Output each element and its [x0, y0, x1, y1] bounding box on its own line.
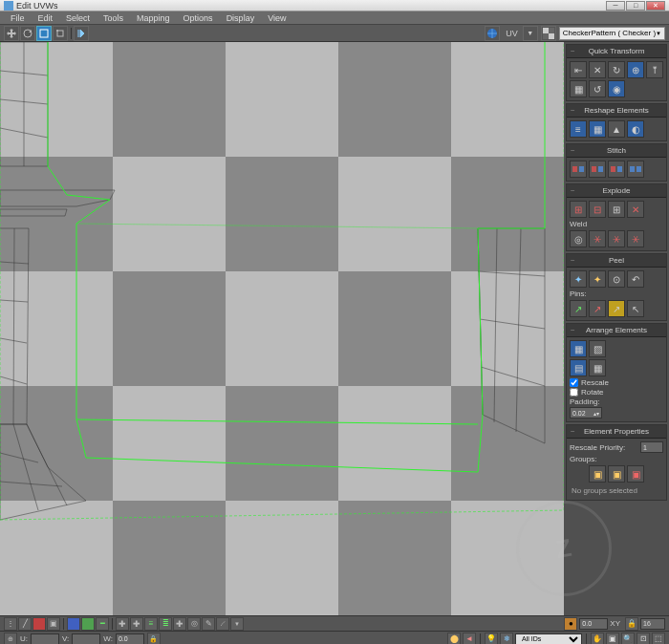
- move-tool[interactable]: [4, 26, 19, 41]
- pin-add[interactable]: ↗: [570, 300, 587, 317]
- scale-tool[interactable]: [36, 26, 52, 41]
- weld-target[interactable]: ◎: [570, 230, 587, 247]
- pin-remove[interactable]: ↗: [589, 300, 606, 317]
- xy-lock[interactable]: 🔒: [625, 617, 638, 631]
- arrange-tile2[interactable]: ▦: [589, 359, 606, 376]
- arrange-pack[interactable]: ▦: [570, 340, 587, 357]
- uv-dropdown-icon[interactable]: ▼: [523, 26, 538, 41]
- u-input[interactable]: [31, 633, 59, 645]
- stitch-3[interactable]: [608, 161, 625, 178]
- bulb-icon[interactable]: 💡: [485, 633, 498, 645]
- tool-dropdown[interactable]: ▼: [230, 617, 244, 631]
- rotate-tool[interactable]: [20, 26, 35, 41]
- tool-target[interactable]: ◎: [187, 617, 201, 631]
- group-remove[interactable]: ▣: [608, 465, 625, 483]
- weld-3[interactable]: ⚹: [627, 230, 644, 247]
- peel-reset[interactable]: ↶: [627, 270, 644, 288]
- arrange-pack2[interactable]: ▤: [570, 359, 587, 376]
- group-select[interactable]: ▣: [627, 465, 644, 483]
- qt-circle[interactable]: ◉: [608, 80, 625, 97]
- sub-face[interactable]: [32, 617, 46, 631]
- rescale-checkbox[interactable]: Rescale: [570, 378, 627, 387]
- tool-lines2[interactable]: ≣: [159, 617, 172, 631]
- angle-spinner[interactable]: 16: [640, 618, 665, 630]
- padding-spinner[interactable]: 0.02▴▾: [570, 407, 602, 419]
- zoom-all-icon[interactable]: ⊡: [637, 633, 650, 645]
- coord-lock[interactable]: 🔒: [147, 633, 161, 645]
- peel-quick[interactable]: ✦: [570, 270, 587, 288]
- zoom-icon[interactable]: 🔍: [621, 633, 635, 645]
- snow-icon[interactable]: ❄: [500, 633, 513, 645]
- sub-edge[interactable]: ╱: [18, 617, 32, 631]
- peel-pelt[interactable]: ✦: [589, 270, 606, 288]
- w-input[interactable]: [116, 633, 144, 645]
- checker-toggle[interactable]: [541, 26, 556, 41]
- texture-combo[interactable]: CheckerPattern ( Checker )▼: [559, 27, 665, 40]
- qt-align-left[interactable]: ⇤: [570, 61, 587, 78]
- menu-file[interactable]: File: [4, 13, 32, 23]
- sel-grow[interactable]: [67, 617, 80, 631]
- sub-element[interactable]: ▣: [47, 617, 60, 631]
- pin-toggle[interactable]: ↗: [608, 300, 625, 317]
- tool-plus2[interactable]: ✚: [130, 617, 143, 631]
- freeform-tool[interactable]: [53, 26, 68, 41]
- ids-combo[interactable]: All IDs: [515, 633, 582, 645]
- render-uv[interactable]: ●: [564, 617, 577, 631]
- tool-lines1[interactable]: ≡: [144, 617, 158, 631]
- tool-paint[interactable]: ⟋: [216, 617, 229, 631]
- priority-spinner[interactable]: 1: [640, 441, 663, 453]
- qt-flip[interactable]: ⊕: [627, 61, 644, 78]
- menu-select[interactable]: Select: [59, 13, 97, 23]
- globe-icon[interactable]: [485, 26, 500, 41]
- stitch-4[interactable]: [627, 161, 644, 178]
- close-button[interactable]: ✕: [646, 1, 665, 11]
- weld-1[interactable]: ⚹: [589, 230, 606, 247]
- minimize-button[interactable]: ─: [606, 1, 625, 11]
- menu-mapping[interactable]: Mapping: [130, 13, 177, 23]
- explode-1[interactable]: ⊞: [570, 201, 587, 218]
- explode-3[interactable]: ⊞: [608, 201, 625, 218]
- menu-view[interactable]: View: [261, 13, 292, 23]
- zoom-sel-icon[interactable]: ▣: [606, 633, 619, 645]
- arrow-icon[interactable]: ◄: [463, 633, 476, 645]
- peel-relax[interactable]: ⊙: [608, 270, 625, 288]
- reshape-grid[interactable]: ▦: [589, 120, 606, 138]
- stitch-1[interactable]: [570, 161, 587, 178]
- explode-4[interactable]: ✕: [627, 201, 644, 218]
- weld-2[interactable]: ⚹: [608, 230, 625, 247]
- sel-shrink[interactable]: [81, 617, 95, 631]
- arrange-tile[interactable]: ▨: [589, 340, 606, 357]
- zoom-region-icon[interactable]: ⬚: [652, 633, 665, 645]
- sel-ring[interactable]: ━: [96, 617, 109, 631]
- qt-align-grid[interactable]: ▦: [570, 80, 587, 97]
- explode-2[interactable]: ⊟: [589, 201, 606, 218]
- light-icon[interactable]: ⬤: [447, 633, 461, 645]
- rotate-checkbox[interactable]: Rotate: [570, 388, 627, 397]
- maximize-button[interactable]: □: [626, 1, 645, 11]
- group-add[interactable]: ▣: [589, 465, 606, 483]
- reshape-circle[interactable]: ◐: [627, 120, 644, 138]
- tool-brush[interactable]: ✎: [202, 617, 215, 631]
- pan-icon[interactable]: ✋: [591, 633, 604, 645]
- menu-display[interactable]: Display: [220, 13, 262, 23]
- mirror-tool[interactable]: [74, 26, 89, 41]
- coord-toggle[interactable]: ⊕: [4, 633, 17, 645]
- qt-rotate-ccw[interactable]: ↺: [589, 80, 606, 97]
- qt-align-center[interactable]: ✕: [589, 61, 606, 78]
- svg-rect-14: [617, 166, 622, 172]
- reshape-straighten[interactable]: ≡: [570, 120, 587, 138]
- menu-options[interactable]: Options: [177, 13, 220, 23]
- sub-vertex[interactable]: ⋮: [4, 617, 17, 631]
- menu-edit[interactable]: Edit: [32, 13, 60, 23]
- pin-select[interactable]: ↖: [627, 300, 644, 317]
- reshape-relax[interactable]: ▲: [608, 120, 625, 138]
- uv-viewport[interactable]: [0, 42, 564, 615]
- stitch-2[interactable]: [589, 161, 606, 178]
- qt-rotate[interactable]: ↻: [608, 61, 625, 78]
- other-spinner[interactable]: 0.0: [579, 618, 608, 630]
- v-input[interactable]: [72, 633, 100, 645]
- tool-plus1[interactable]: ✚: [116, 617, 129, 631]
- qt-align-top[interactable]: ⤒: [646, 61, 663, 78]
- tool-plus3[interactable]: ✚: [173, 617, 186, 631]
- menu-tools[interactable]: Tools: [97, 13, 130, 23]
